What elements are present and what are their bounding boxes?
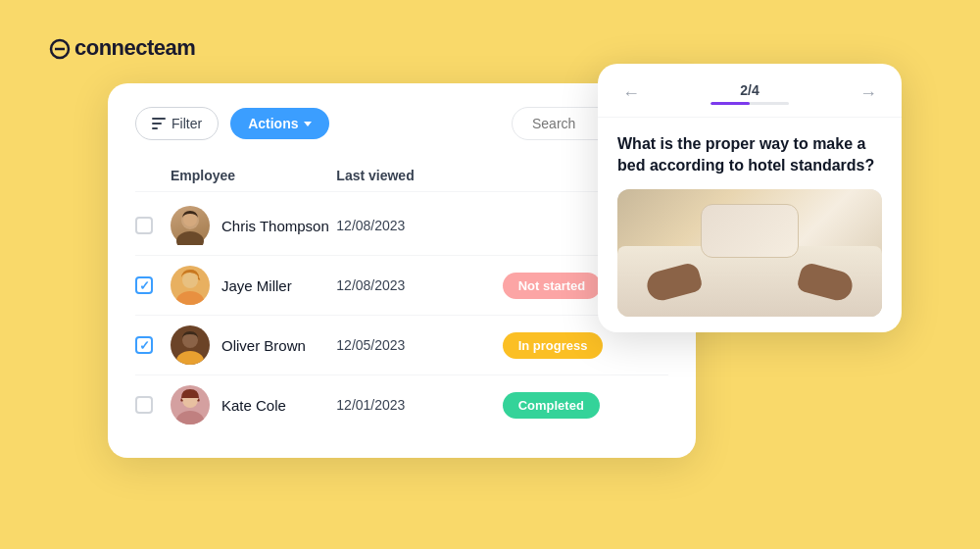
checkmark-icon: ✓ (139, 338, 150, 353)
caret-icon (304, 122, 312, 126)
table-row: ✓ Oliver Brown 12/05/2023 In progress (135, 316, 668, 375)
employee-name-chris: Chris Thompson (221, 218, 329, 234)
col-last-viewed: Last viewed (336, 168, 502, 183)
bed-scene (617, 189, 882, 317)
logo: connecteam (47, 35, 195, 61)
employee-cell-kate: Kate Cole (171, 385, 336, 424)
last-viewed-jaye: 12/08/2023 (336, 277, 502, 293)
employee-name-jaye: Jaye Miller (221, 277, 292, 294)
quiz-nav: ← 2/4 → (598, 64, 902, 118)
row-checkbox-oliver[interactable]: ✓ (135, 336, 153, 354)
svg-point-5 (176, 291, 204, 305)
hand-left-decoration (644, 261, 704, 303)
quiz-question: What is the proper way to make a bed acc… (617, 133, 882, 177)
status-badge-kate: Completed (503, 392, 600, 419)
table-row: Kate Cole 12/01/2023 Completed (135, 375, 668, 434)
employee-name-kate: Kate Cole (221, 397, 286, 414)
employee-cell-oliver: Oliver Brown (171, 325, 336, 365)
employee-name-oliver: Oliver Brown (221, 337, 306, 354)
svg-point-6 (182, 273, 198, 288)
toolbar: Filter Actions (135, 107, 668, 140)
prev-arrow-button[interactable]: ← (617, 79, 645, 107)
row-checkbox-jaye[interactable]: ✓ (135, 276, 153, 294)
employee-cell-jaye: Jaye Miller (171, 266, 336, 305)
last-viewed-kate: 12/01/2023 (336, 397, 502, 413)
filter-label: Filter (172, 116, 202, 131)
table-row: ✓ Jaye Miller 12/08/2023 Not started (135, 256, 668, 316)
avatar-chris (171, 206, 210, 245)
main-container: Filter Actions Employee Last viewed (108, 64, 872, 515)
filter-button[interactable]: Filter (135, 107, 219, 140)
actions-label: Actions (248, 116, 298, 131)
quiz-image (617, 189, 882, 317)
last-viewed-oliver: 12/05/2023 (336, 337, 502, 353)
svg-point-9 (176, 411, 204, 424)
col-employee: Employee (171, 168, 336, 183)
avatar-oliver (171, 325, 210, 365)
next-arrow-button[interactable]: → (855, 79, 882, 107)
table-row: Chris Thompson 12/08/2023 (135, 196, 668, 256)
hand-right-decoration (796, 261, 856, 303)
last-viewed-chris: 12/08/2023 (336, 218, 502, 233)
actions-button[interactable]: Actions (230, 108, 329, 139)
progress-fill (710, 102, 750, 105)
status-badge-oliver: In progress (503, 332, 604, 359)
pillow-decoration (701, 204, 799, 258)
page-indicator: 2/4 (710, 82, 789, 105)
row-checkbox-kate[interactable] (135, 396, 153, 414)
employee-cell-chris: Chris Thompson (171, 206, 336, 245)
page-numbers: 2/4 (740, 82, 759, 98)
progress-bar (710, 102, 789, 105)
avatar-jaye (171, 266, 210, 305)
quiz-card: ← 2/4 → What is the proper way to make a… (598, 64, 902, 332)
row-checkbox-chris[interactable] (135, 217, 153, 234)
table-header: Employee Last viewed (135, 160, 668, 192)
svg-point-7 (176, 351, 204, 365)
svg-point-4 (183, 213, 197, 226)
quiz-content: What is the proper way to make a bed acc… (598, 118, 902, 332)
checkmark-icon: ✓ (139, 278, 150, 293)
filter-icon (152, 118, 166, 129)
avatar-kate (171, 385, 210, 424)
status-badge-jaye: Not started (503, 273, 602, 299)
svg-point-3 (176, 231, 204, 245)
